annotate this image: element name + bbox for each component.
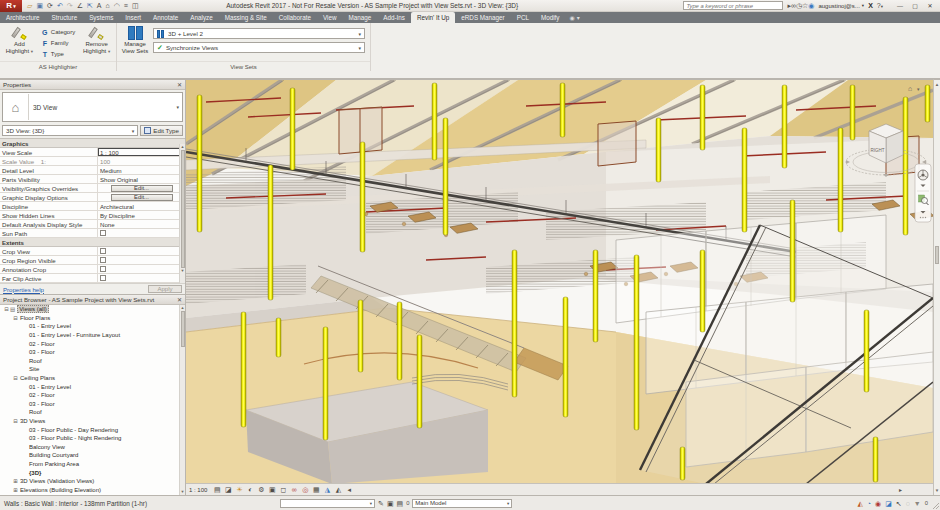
design-options-dropdown[interactable]: ▾ (280, 499, 375, 508)
tab-systems[interactable]: Systems (83, 12, 119, 23)
tree-item-3d[interactable]: {3D} (0, 468, 185, 477)
tree-item-01-entry-level[interactable]: 01 - Entry Level (0, 322, 185, 331)
property-value[interactable]: None (98, 220, 185, 228)
account-icon[interactable]: ◉ (808, 2, 814, 9)
property-value[interactable]: Edit... (98, 184, 185, 192)
background-processes-icon[interactable]: ◌ (906, 500, 910, 507)
thin-lines-icon[interactable]: ≡ (124, 2, 128, 9)
navigation-bar[interactable] (915, 164, 931, 222)
account-menu[interactable]: augustinoj@s... ▾ (818, 3, 864, 9)
maximize-button[interactable]: ▢ (908, 1, 922, 11)
tab-erds-manager[interactable]: eRDS Manager (455, 12, 510, 23)
active-model-dropdown[interactable]: Main Model ▾ (412, 499, 512, 508)
collapse-icon[interactable]: ⊟ (12, 418, 19, 424)
properties-help-link[interactable]: Properties help (3, 286, 44, 293)
expand-icon[interactable]: ⊞ (12, 487, 19, 493)
measure-icon[interactable]: ∠ (77, 2, 83, 9)
property-value[interactable]: Edit... (98, 193, 185, 201)
save-icon[interactable]: ▣ (36, 2, 43, 9)
synchronize-views-dropdown[interactable]: ✓ Synchronize Views ▾ (153, 42, 365, 53)
redo-icon[interactable]: ↷ (67, 2, 73, 9)
property-value[interactable]: Medium (98, 166, 185, 174)
visual-style-icon[interactable]: ◪ (223, 485, 233, 495)
family-button[interactable]: F Family (39, 38, 77, 48)
scrollbar-thumb[interactable] (181, 150, 185, 268)
undo-icon[interactable]: ↶ (57, 2, 63, 9)
tree-item-site[interactable]: Site (0, 365, 185, 374)
worksharing-display-icon[interactable]: ◭ (857, 500, 862, 507)
pan-right-icon[interactable]: ▸ (899, 486, 902, 493)
view-scale-control[interactable]: 1 : 100 (189, 487, 207, 493)
properties-header[interactable]: Properties ✕ (0, 80, 185, 90)
property-value[interactable] (98, 247, 185, 255)
scroll-up-icon[interactable]: ▲ (934, 82, 940, 87)
shadows-icon[interactable]: ◐ (245, 485, 255, 495)
edit-type-button[interactable]: Edit Type (140, 125, 183, 136)
tab-revin-it-up[interactable]: Revin' It Up (411, 12, 455, 23)
open-icon[interactable]: ▱ (27, 2, 32, 9)
sun-path-icon[interactable]: ☀ (234, 485, 244, 495)
collapse-icon[interactable]: ⊟ (12, 315, 19, 321)
tab-add-ins[interactable]: Add-Ins (377, 12, 411, 23)
add-highlight-button[interactable]: Add Highlight ▾ (3, 25, 36, 55)
checkbox[interactable] (100, 275, 106, 281)
model-canvas[interactable]: RIGHT ⌂▾ (186, 80, 933, 484)
section-icon[interactable]: ◠ (114, 2, 120, 9)
tab-view[interactable]: View (317, 12, 343, 23)
tree-item-02-floor[interactable]: 02 - Floor (0, 339, 185, 348)
property-section-extents[interactable]: Extents (0, 238, 185, 247)
tree-item-3d-views[interactable]: ⊟3D Views (0, 417, 185, 426)
tree-item-03-floor-public-night-rendering[interactable]: 03 - Floor Public - Night Rendering (0, 434, 185, 443)
rendering-dialog-icon[interactable]: ⚙ (256, 485, 266, 495)
tree-item-from-parking-area[interactable]: From Parking Area (0, 460, 185, 469)
select-links-icon[interactable]: ◉ (875, 500, 881, 507)
tab-analyze[interactable]: Analyze (184, 12, 218, 23)
displacement-icon[interactable]: ◮ (322, 485, 332, 495)
project-browser-header[interactable]: Project Browser - AS Sample Project with… (0, 295, 185, 305)
sync-with-central-icon[interactable]: ⟳ (47, 2, 53, 9)
close-icon[interactable]: ✕ (177, 81, 182, 88)
checkbox[interactable] (100, 248, 106, 254)
tree-item-elevations-building-elevation[interactable]: ⊞Elevations (Building Elevation) (0, 485, 185, 494)
property-value[interactable]: 100 (98, 157, 185, 165)
view-selector[interactable]: 3D View: {3D} ▾ (2, 125, 138, 136)
property-value[interactable] (98, 274, 185, 282)
edit-button[interactable]: Edit... (111, 194, 173, 201)
analytical-model-icon[interactable]: ◭ (333, 485, 343, 495)
show-crop-region-icon[interactable]: ◻ (278, 485, 288, 495)
checkbox[interactable] (100, 266, 106, 272)
minimize-button[interactable]: — (893, 1, 907, 11)
tree-item-building-courtyard[interactable]: Building Courtyard (0, 451, 185, 460)
tree-item-3d-views-validation-views[interactable]: ⊞3D Views (Validation Views) (0, 477, 185, 486)
property-value[interactable]: 1 : 100 (98, 148, 185, 156)
tab-architecture[interactable]: Architecture (0, 12, 46, 23)
exchange-apps-icon[interactable]: X (868, 2, 873, 9)
tab-annotate[interactable]: Annotate (147, 12, 184, 23)
crop-view-icon[interactable]: ▣ (267, 485, 277, 495)
properties-scrollbar[interactable]: ▲ ▼ (179, 144, 185, 284)
close-button[interactable]: ✕ (923, 1, 937, 11)
hide-isolate-icon[interactable]: ∞ (289, 485, 299, 495)
tab-manage[interactable]: Manage (342, 12, 377, 23)
panel-display-toggle[interactable]: ◉▾ (566, 12, 584, 23)
browser-scrollbar[interactable]: ▲ ▼ (179, 305, 185, 495)
detail-level-icon[interactable]: ▤ (212, 485, 222, 495)
tree-item-floor-plans[interactable]: ⊟Floor Plans (0, 314, 185, 323)
type-button[interactable]: T Type (39, 49, 77, 59)
tab-collaborate[interactable]: Collaborate (273, 12, 317, 23)
view-set-dropdown[interactable]: 3D + Level 2 ▾ (153, 28, 365, 39)
search-input[interactable] (686, 3, 780, 9)
tree-item-01-entry-level-furniture-layout[interactable]: 01 - Entry Level - Furniture Layout (0, 331, 185, 340)
reveal-hidden-icon[interactable]: ◎ (300, 485, 310, 495)
scrollbar-thumb[interactable] (935, 246, 939, 264)
remove-highlight-button[interactable]: Remove Highlight ▾ (80, 25, 113, 55)
checkbox[interactable] (100, 257, 106, 263)
type-selector[interactable]: ⌂ 3D View ▾ (2, 92, 183, 122)
property-value[interactable]: By Discipline (98, 211, 185, 219)
tab-insert[interactable]: Insert (119, 12, 147, 23)
switch-windows-icon[interactable]: ◫ (132, 2, 139, 9)
apply-button[interactable]: Apply (148, 285, 182, 293)
canvas-scrollbar[interactable]: ▲ ▼ (933, 79, 940, 495)
tree-item-03-floor-public-day-rendering[interactable]: 03 - Floor Public - Day Rendering (0, 425, 185, 434)
property-value[interactable]: Show Original (98, 175, 185, 183)
